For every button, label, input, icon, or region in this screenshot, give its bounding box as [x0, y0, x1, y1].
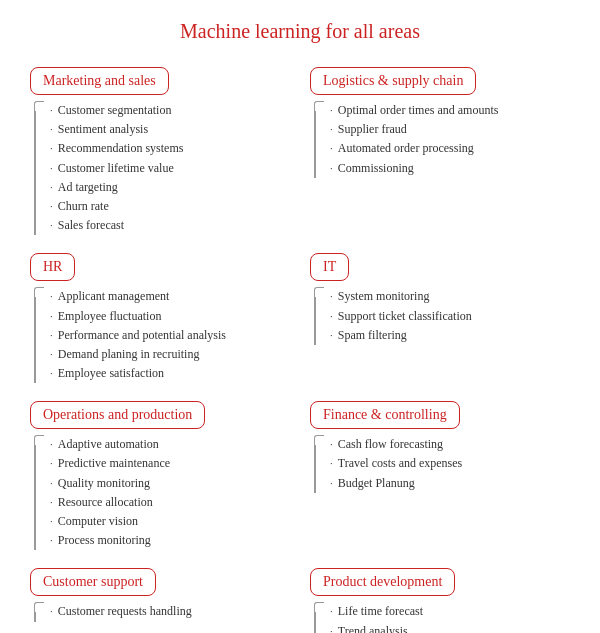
bullet-icon: · [50, 602, 53, 621]
items-list-it: ·System monitoring·Support ticket classi… [330, 287, 570, 345]
page-title: Machine learning for all areas [30, 20, 570, 43]
bullet-icon: · [50, 531, 53, 550]
bracket-operations [34, 435, 44, 550]
bracket-hook-top [34, 602, 44, 612]
list-item: ·Churn rate [50, 197, 290, 216]
list-item-text: Support ticket classification [338, 307, 472, 326]
card-body-it: ·System monitoring·Support ticket classi… [310, 287, 570, 345]
bracket-customer-support [34, 602, 44, 621]
card-header-hr: HR [30, 253, 75, 281]
list-item: ·Recommendation systems [50, 139, 290, 158]
list-item-text: Performance and potential analysis [58, 326, 226, 345]
items-list-operations: ·Adaptive automation·Predictive maintena… [50, 435, 290, 550]
list-item: ·Travel costs and expenses [330, 454, 570, 473]
items-list-hr: ·Applicant management·Employee fluctuati… [50, 287, 290, 383]
list-item: ·Demand planing in recruiting [50, 345, 290, 364]
bullet-icon: · [330, 622, 333, 633]
bullet-icon: · [330, 120, 333, 139]
bracket-hr [34, 287, 44, 383]
bracket-hook-top [314, 602, 324, 612]
bracket-line [314, 297, 316, 345]
list-item: ·Process monitoring [50, 531, 290, 550]
list-item-text: Resource allocation [58, 493, 153, 512]
list-item-text: Life time forecast [338, 602, 423, 621]
list-item-text: Predictive maintenance [58, 454, 170, 473]
bullet-icon: · [50, 493, 53, 512]
list-item-text: Applicant management [58, 287, 170, 306]
list-item-text: Computer vision [58, 512, 138, 531]
list-item: ·Resource allocation [50, 493, 290, 512]
list-item-text: Ad targeting [58, 178, 118, 197]
list-item: ·Sales forecast [50, 216, 290, 235]
list-item-text: Employee fluctuation [58, 307, 162, 326]
bracket-line [34, 111, 36, 235]
list-item-text: Automated order processing [338, 139, 474, 158]
card-body-hr: ·Applicant management·Employee fluctuati… [30, 287, 290, 383]
list-item: ·Performance and potential analysis [50, 326, 290, 345]
bullet-icon: · [330, 139, 333, 158]
bracket-logistics [314, 101, 324, 178]
bullet-icon: · [50, 364, 53, 383]
bullet-icon: · [50, 101, 53, 120]
list-item-text: Customer lifetime value [58, 159, 174, 178]
list-item: ·Predictive maintenance [50, 454, 290, 473]
bullet-icon: · [50, 435, 53, 454]
list-item-text: Customer segmentation [58, 101, 172, 120]
list-item: ·Cash flow forecasting [330, 435, 570, 454]
card-logistics: Logistics & supply chain·Optimal order t… [310, 67, 570, 235]
list-item: ·Support ticket classification [330, 307, 570, 326]
list-item: ·Automated order processing [330, 139, 570, 158]
list-item: ·Customer requests handling [50, 602, 290, 621]
list-item: ·Spam filtering [330, 326, 570, 345]
cards-grid: Marketing and sales·Customer segmentatio… [30, 67, 570, 633]
card-product-development: Product development·Life time forecast·T… [310, 568, 570, 633]
list-item: ·Employee satisfaction [50, 364, 290, 383]
bracket-hook-top [314, 287, 324, 297]
list-item-text: Customer requests handling [58, 602, 192, 621]
card-header-it: IT [310, 253, 349, 281]
bullet-icon: · [50, 197, 53, 216]
bracket-line [314, 612, 316, 633]
bullet-icon: · [50, 345, 53, 364]
card-header-operations: Operations and production [30, 401, 205, 429]
items-list-product-development: ·Life time forecast·Trend analysis [330, 602, 570, 633]
card-customer-support: Customer support·Customer requests handl… [30, 568, 290, 633]
list-item-text: Sentiment analysis [58, 120, 148, 139]
bullet-icon: · [330, 307, 333, 326]
list-item-text: Optimal order times and amounts [338, 101, 499, 120]
list-item: ·Budget Planung [330, 474, 570, 493]
bracket-hook-top [34, 435, 44, 445]
list-item: ·Customer segmentation [50, 101, 290, 120]
bullet-icon: · [50, 474, 53, 493]
bullet-icon: · [330, 159, 333, 178]
list-item: ·Customer lifetime value [50, 159, 290, 178]
bracket-hook-top [34, 287, 44, 297]
bracket-hook-top [314, 435, 324, 445]
bullet-icon: · [50, 307, 53, 326]
bullet-icon: · [330, 602, 333, 621]
bracket-line [34, 612, 36, 621]
list-item: ·Ad targeting [50, 178, 290, 197]
items-list-customer-support: ·Customer requests handling [50, 602, 290, 621]
list-item-text: Demand planing in recruiting [58, 345, 200, 364]
bullet-icon: · [330, 287, 333, 306]
card-body-marketing-sales: ·Customer segmentation·Sentiment analysi… [30, 101, 290, 235]
card-operations: Operations and production·Adaptive autom… [30, 401, 290, 550]
card-body-product-development: ·Life time forecast·Trend analysis [310, 602, 570, 633]
bullet-icon: · [50, 159, 53, 178]
list-item-text: Travel costs and expenses [338, 454, 463, 473]
list-item: ·Supplier fraud [330, 120, 570, 139]
bracket-line [314, 445, 316, 493]
list-item: ·Quality monitoring [50, 474, 290, 493]
list-item: ·System monitoring [330, 287, 570, 306]
list-item-text: Spam filtering [338, 326, 407, 345]
list-item-text: Sales forecast [58, 216, 124, 235]
bullet-icon: · [50, 178, 53, 197]
list-item: ·Adaptive automation [50, 435, 290, 454]
card-it: IT·System monitoring·Support ticket clas… [310, 253, 570, 383]
bullet-icon: · [50, 120, 53, 139]
card-body-operations: ·Adaptive automation·Predictive maintena… [30, 435, 290, 550]
list-item: ·Applicant management [50, 287, 290, 306]
list-item-text: Process monitoring [58, 531, 151, 550]
list-item: ·Employee fluctuation [50, 307, 290, 326]
